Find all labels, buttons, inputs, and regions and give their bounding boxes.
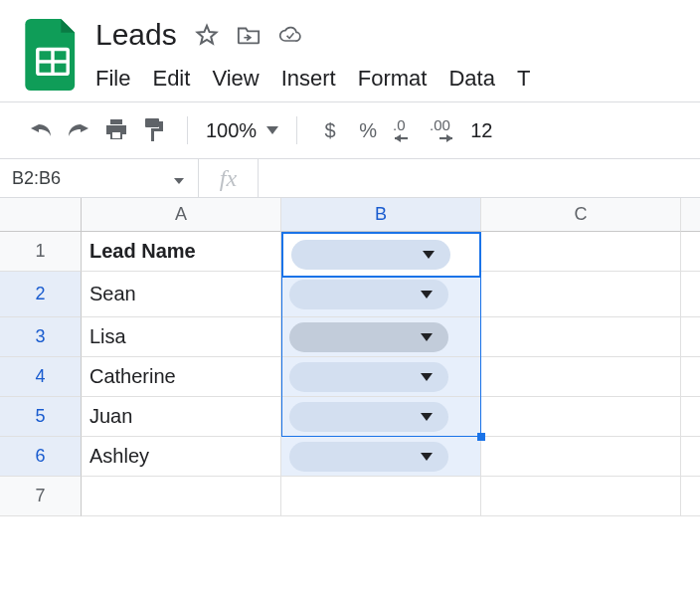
svg-rect-4 (110, 119, 122, 124)
sheets-file-icon (25, 19, 81, 91)
svg-rect-5 (112, 132, 120, 138)
cell-edge (681, 232, 700, 272)
row-header-3[interactable]: 3 (0, 317, 82, 357)
menu-insert[interactable]: Insert (281, 66, 336, 92)
cell-b3[interactable] (281, 317, 481, 357)
increase-decimal-button[interactable]: .00 (425, 111, 470, 149)
chevron-down-icon (421, 453, 433, 461)
decrease-decimal-button[interactable]: .0 (387, 111, 425, 149)
dropdown-chip[interactable] (289, 362, 448, 392)
select-all-corner[interactable] (0, 198, 82, 232)
chevron-down-icon (421, 373, 433, 381)
cell-a1[interactable]: Lead Name (82, 232, 281, 272)
cell-b2[interactable] (281, 272, 481, 317)
cell-edge (681, 317, 700, 357)
undo-button[interactable] (22, 111, 60, 149)
column-header-edge (681, 198, 700, 232)
row-header-2[interactable]: 2 (0, 272, 82, 317)
formula-input[interactable] (259, 159, 700, 197)
font-size-partial[interactable]: 12 (470, 119, 492, 142)
app-header: Leads File Edit View (0, 0, 700, 92)
menu-view[interactable]: View (212, 66, 259, 92)
dropdown-chip[interactable] (289, 322, 448, 352)
paint-format-button[interactable] (135, 111, 173, 149)
dropdown-chip[interactable] (289, 402, 448, 432)
chevron-down-icon (421, 291, 433, 299)
svg-text:.00: .00 (430, 117, 450, 133)
cell-a7[interactable] (82, 477, 281, 516)
zoom-dropdown[interactable]: 100% (202, 119, 282, 142)
svg-marker-17 (421, 373, 433, 381)
cell-edge (681, 272, 700, 317)
toolbar-separator (296, 116, 297, 144)
svg-marker-18 (421, 413, 433, 421)
cell-edge (681, 437, 700, 477)
menu-data[interactable]: Data (448, 66, 494, 92)
star-icon[interactable] (195, 23, 219, 47)
toolbar-separator (187, 116, 188, 144)
cell-a4[interactable]: Catherine (82, 357, 281, 397)
cell-a2[interactable]: Sean (82, 272, 281, 317)
svg-rect-6 (145, 118, 159, 127)
format-percent-button[interactable]: % (349, 119, 387, 142)
move-icon[interactable] (237, 23, 261, 47)
cell-c2[interactable] (481, 272, 681, 317)
cell-c3[interactable] (481, 317, 681, 357)
chevron-down-icon (266, 126, 278, 134)
doc-title[interactable]: Leads (95, 18, 177, 52)
cell-c4[interactable] (481, 357, 681, 397)
cell-b6[interactable] (281, 437, 481, 477)
column-header-c[interactable]: C (481, 198, 681, 232)
cell-c5[interactable] (481, 397, 681, 437)
cell-a3[interactable]: Lisa (82, 317, 281, 357)
menu-edit[interactable]: Edit (152, 66, 190, 92)
name-box-value: B2:B6 (12, 168, 61, 189)
cell-c1[interactable] (481, 232, 681, 272)
row-header-1[interactable]: 1 (0, 232, 82, 272)
column-header-b[interactable]: B (281, 198, 481, 232)
toolbar: 100% $ % .0 .00 12 (0, 102, 700, 158)
spreadsheet-grid[interactable]: A B C 1 Lead Name Location 2 Sean 3 Lisa… (0, 198, 700, 516)
cloud-saved-icon[interactable] (278, 23, 302, 47)
cell-edge (681, 357, 700, 397)
redo-button[interactable] (60, 111, 97, 149)
print-button[interactable] (97, 111, 135, 149)
sheets-logo[interactable] (20, 22, 86, 88)
cell-b5[interactable] (281, 397, 481, 437)
cell-b4[interactable] (281, 357, 481, 397)
menu-format[interactable]: Format (358, 66, 428, 92)
svg-marker-10 (395, 134, 401, 142)
cell-a5[interactable]: Juan (82, 397, 281, 437)
cell-c7[interactable] (481, 477, 681, 516)
row-header-7[interactable]: 7 (0, 477, 82, 516)
svg-marker-14 (174, 178, 184, 184)
format-currency-button[interactable]: $ (311, 119, 349, 142)
svg-marker-15 (421, 291, 433, 299)
menu-file[interactable]: File (95, 66, 130, 92)
cell-b1[interactable]: Location (281, 232, 481, 272)
name-box[interactable]: B2:B6 (0, 159, 199, 197)
svg-marker-13 (446, 134, 452, 142)
formula-bar-row: B2:B6 fx (0, 158, 700, 198)
row-header-5[interactable]: 5 (0, 397, 82, 437)
svg-marker-7 (266, 126, 278, 134)
dropdown-chip[interactable] (289, 280, 448, 309)
cell-b7[interactable] (281, 477, 481, 516)
cell-edge (681, 397, 700, 437)
svg-text:.0: .0 (393, 117, 406, 133)
chevron-down-icon (174, 168, 184, 189)
selection-fill-handle[interactable] (477, 433, 485, 441)
svg-marker-19 (421, 453, 433, 461)
chevron-down-icon (421, 333, 433, 341)
svg-marker-16 (421, 333, 433, 341)
svg-marker-3 (197, 26, 216, 44)
cell-c6[interactable] (481, 437, 681, 477)
row-header-6[interactable]: 6 (0, 437, 82, 477)
zoom-value: 100% (206, 119, 257, 142)
cell-a6[interactable]: Ashley (82, 437, 281, 477)
menu-tools-partial[interactable]: T (517, 66, 530, 92)
menu-bar: File Edit View Insert Format Data T (95, 66, 700, 92)
row-header-4[interactable]: 4 (0, 357, 82, 397)
column-header-a[interactable]: A (82, 198, 281, 232)
dropdown-chip[interactable] (289, 442, 448, 472)
